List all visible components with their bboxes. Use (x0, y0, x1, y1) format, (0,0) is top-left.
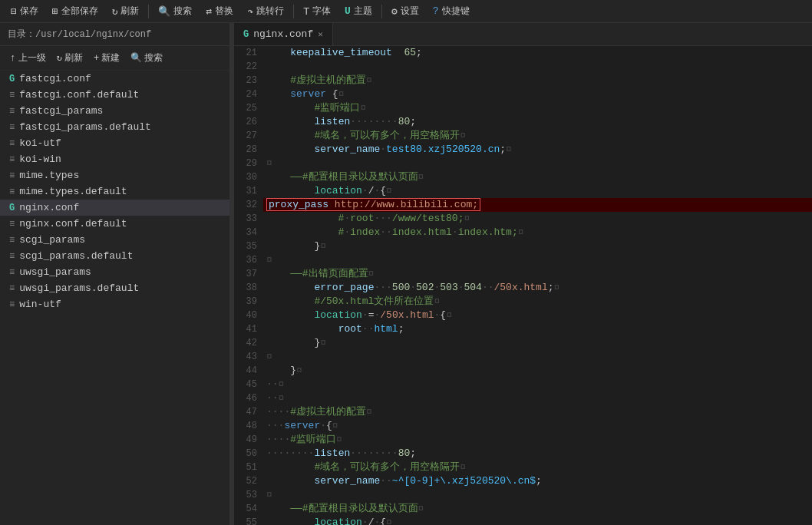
save-all-button[interactable]: ⊞ 全部保存 (46, 3, 104, 19)
new-file-button[interactable]: + 新建 (90, 50, 124, 66)
table-row[interactable]: 47····#虚拟主机的配置¤ (234, 405, 812, 419)
table-row[interactable]: 35 }¤ (234, 239, 812, 253)
line-number: 32 (234, 198, 263, 212)
new-file-icon: + (94, 53, 99, 64)
table-row[interactable]: 37 ——#出错页面配置¤ (234, 267, 812, 281)
file-item[interactable]: ≡fastcgi_params.default (0, 119, 229, 135)
table-row[interactable]: 52 server_name··~^[0-9]+\.xzj520520\.cn$… (234, 474, 812, 488)
table-row[interactable]: 32proxy_pass http://www.bilibili.com; (234, 198, 812, 212)
search-icon: 🔍 (158, 5, 170, 18)
table-row[interactable]: 50········listen········80; (234, 447, 812, 461)
file-item[interactable]: Gfastcgi.conf (0, 71, 229, 87)
table-row[interactable]: 48···server·{¤ (234, 419, 812, 433)
table-row[interactable]: 42 }¤ (234, 336, 812, 350)
line-number: 26 (234, 115, 263, 129)
table-row[interactable]: 27 #域名，可以有多个，用空格隔开¤ (234, 129, 812, 143)
table-row[interactable]: 49····#监听端口¤ (234, 433, 812, 447)
table-row[interactable]: 31 location·/·{¤ (234, 184, 812, 198)
table-row[interactable]: 36¤ (234, 253, 812, 267)
line-number: 35 (234, 239, 263, 253)
table-row[interactable]: 45··¤ (234, 378, 812, 391)
file-item[interactable]: ≡mime.types.default (0, 183, 229, 200)
replace-button[interactable]: ⇄ 替换 (200, 3, 239, 19)
table-row[interactable]: 53¤ (234, 488, 812, 502)
file-item[interactable]: ≡fastcgi.conf.default (0, 87, 229, 103)
table-row[interactable]: 41 root··html; (234, 322, 812, 336)
file-name: mime.types.default (19, 186, 127, 197)
line-content: ——#配置根目录以及默认页面¤ (263, 170, 812, 184)
file-icon-doc: ≡ (9, 235, 15, 246)
file-item[interactable]: ≡scgi_params (0, 232, 229, 248)
sidebar-actions: ↑ 上一级 ↻ 刷新 + 新建 🔍 搜索 (0, 46, 229, 71)
table-row[interactable]: 23 #虚拟主机的配置¤ (234, 74, 812, 88)
search-button[interactable]: 🔍 搜索 (152, 3, 198, 19)
table-row[interactable]: 33 #·root···/www/test80;¤ (234, 212, 812, 226)
table-row[interactable]: 43¤ (234, 350, 812, 364)
table-row[interactable]: 54 ——#配置根目录以及默认页面¤ (234, 502, 812, 516)
table-row[interactable]: 30 ——#配置根目录以及默认页面¤ (234, 170, 812, 184)
line-content: keepalive_timeout 65; (263, 46, 812, 60)
table-row[interactable]: 40 location·=·/50x.html·{¤ (234, 309, 812, 322)
sidebar-search-button[interactable]: 🔍 搜索 (127, 50, 167, 66)
settings-button[interactable]: ⚙ 设置 (385, 3, 425, 19)
file-item[interactable]: ≡win-utf (0, 296, 229, 312)
line-content: ····#监听端口¤ (263, 433, 812, 447)
file-icon-doc: ≡ (9, 251, 15, 262)
line-number: 52 (234, 474, 263, 488)
line-content: root··html; (263, 322, 812, 336)
file-item[interactable]: ≡uwsgi_params.default (0, 280, 229, 296)
line-number: 55 (234, 516, 263, 525)
font-button[interactable]: T 字体 (297, 3, 337, 19)
sidebar-refresh-button[interactable]: ↻ 刷新 (53, 50, 87, 66)
file-item[interactable]: ≡uwsgi_params (0, 264, 229, 280)
file-item[interactable]: Gnginx.conf (0, 200, 229, 216)
table-row[interactable]: 55 location·/·{¤ (234, 516, 812, 525)
tab-close-button[interactable]: ✕ (318, 29, 323, 39)
shortcuts-button[interactable]: ? 快捷键 (427, 3, 476, 19)
table-row[interactable]: 25 #监听端口¤ (234, 101, 812, 115)
refresh-button[interactable]: ↻ 刷新 (106, 3, 146, 19)
line-number: 50 (234, 447, 263, 461)
file-name: win-utf (19, 299, 61, 310)
file-icon-g: G (9, 203, 15, 213)
line-content: #虚拟主机的配置¤ (263, 74, 812, 88)
table-row[interactable]: 21 keepalive_timeout 65; (234, 46, 812, 60)
table-row[interactable]: 22 (234, 60, 812, 74)
table-row[interactable]: 39 #/50x.html文件所在位置¤ (234, 295, 812, 309)
table-row[interactable]: 29¤ (234, 157, 812, 170)
table-row[interactable]: 44 }¤ (234, 364, 812, 378)
line-number: 47 (234, 405, 263, 419)
theme-button[interactable]: U 主题 (338, 3, 378, 19)
table-row[interactable]: 51 #域名，可以有多个，用空格隔开¤ (234, 461, 812, 474)
table-row[interactable]: 46··¤ (234, 391, 812, 405)
line-number: 37 (234, 267, 263, 281)
table-row[interactable]: 24 server {¤ (234, 88, 812, 101)
table-row[interactable]: 26 listen········80; (234, 115, 812, 129)
line-content: #域名，可以有多个，用空格隔开¤ (263, 129, 812, 143)
file-item[interactable]: ≡koi-utf (0, 135, 229, 151)
table-row[interactable]: 34 #·index··index.html·index.htm;¤ (234, 226, 812, 239)
line-content: listen········80; (263, 115, 812, 129)
go-up-button[interactable]: ↑ 上一级 (6, 50, 50, 66)
line-number: 27 (234, 129, 263, 143)
file-name: nginx.conf (19, 202, 79, 213)
code-editor[interactable]: 21 keepalive_timeout 65;2223 #虚拟主机的配置¤24… (234, 46, 812, 525)
file-item[interactable]: ≡nginx.conf.default (0, 216, 229, 232)
goto-line-button[interactable]: ↷ 跳转行 (241, 3, 290, 19)
goto-icon: ↷ (247, 5, 253, 18)
file-item[interactable]: ≡fastcgi_params (0, 103, 229, 119)
file-icon-doc: ≡ (9, 138, 15, 149)
file-icon-g: G (9, 74, 15, 84)
line-number: 28 (234, 143, 263, 157)
tab-nginx-conf[interactable]: G nginx.conf ✕ (234, 23, 333, 45)
table-row[interactable]: 28 server_name·test80.xzj520520.cn;¤ (234, 143, 812, 157)
file-item[interactable]: ≡mime.types (0, 167, 229, 183)
save-all-icon: ⊞ (52, 5, 58, 18)
line-content: ¤ (263, 350, 812, 364)
file-item[interactable]: ≡scgi_params.default (0, 248, 229, 264)
table-row[interactable]: 38 error_page···500·502·503·504··/50x.ht… (234, 281, 812, 295)
line-number: 51 (234, 461, 263, 474)
file-item[interactable]: ≡koi-win (0, 151, 229, 167)
save-button[interactable]: ⊟ 保存 (5, 3, 45, 19)
file-icon-doc: ≡ (9, 283, 15, 294)
